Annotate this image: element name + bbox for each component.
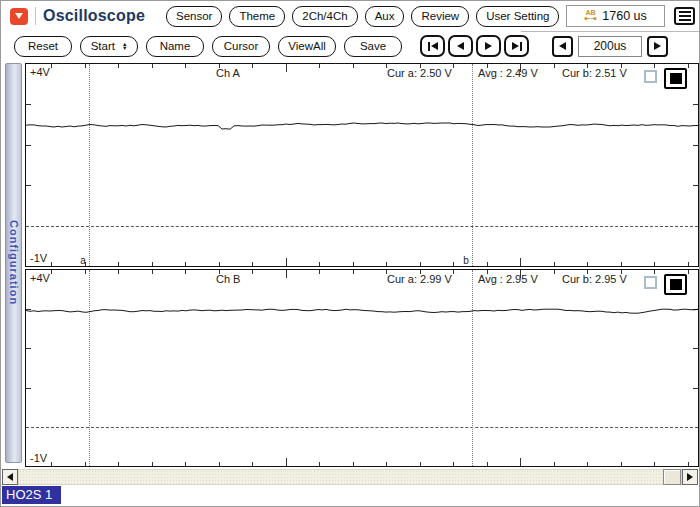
right-arrow-icon bbox=[687, 473, 693, 481]
aux-button[interactable]: Aux bbox=[365, 6, 405, 27]
step-forward-button[interactable] bbox=[476, 35, 501, 57]
configuration-label: Configuration bbox=[8, 220, 20, 305]
name-button[interactable]: Name bbox=[146, 36, 204, 57]
spinner-arrows-icon: ▲▼ bbox=[122, 42, 127, 51]
plots-column: +4V -1V Ch A Cur a: 2.50 V Avg : 2.49 V … bbox=[25, 63, 699, 467]
scroll-right-button[interactable] bbox=[682, 469, 698, 485]
channel-mode-button[interactable]: 2Ch/4Ch bbox=[292, 6, 357, 27]
review-button[interactable]: Review bbox=[411, 6, 469, 27]
user-setting-button[interactable]: User Setting bbox=[476, 6, 559, 27]
ab-time-value: 1760 us bbox=[602, 9, 646, 23]
horizontal-scrollbar[interactable] bbox=[1, 469, 699, 485]
waveform bbox=[26, 64, 698, 266]
app-menu-icon[interactable] bbox=[10, 8, 28, 25]
divider bbox=[521, 31, 699, 32]
scrollbar-track[interactable] bbox=[18, 469, 682, 485]
cursor-button[interactable]: Cursor bbox=[212, 36, 270, 57]
scrollbar-thumb[interactable] bbox=[663, 469, 681, 485]
step-back-button[interactable] bbox=[448, 35, 473, 57]
oscilloscope-window: Oscilloscope Sensor Theme 2Ch/4Ch Aux Re… bbox=[0, 0, 700, 507]
list-menu-icon[interactable] bbox=[674, 7, 695, 25]
timebase-value: 200us bbox=[578, 36, 642, 57]
signal-name-badge: HO2S 1 bbox=[2, 486, 61, 504]
timebase-decrease-button[interactable] bbox=[552, 36, 573, 57]
ab-cursor-delta-icon: AB⇤⇥ bbox=[585, 10, 597, 22]
start-button[interactable]: Start ▲▼ bbox=[80, 36, 138, 57]
reset-button[interactable]: Reset bbox=[14, 36, 72, 57]
status-bar: HO2S 1 bbox=[1, 485, 699, 505]
sensor-button[interactable]: Sensor bbox=[166, 6, 222, 27]
app-title: Oscilloscope bbox=[43, 7, 145, 25]
theme-button[interactable]: Theme bbox=[229, 6, 285, 27]
viewall-button[interactable]: ViewAll bbox=[278, 36, 336, 57]
skip-to-end-button[interactable] bbox=[504, 35, 529, 57]
waveform bbox=[26, 270, 698, 466]
divider bbox=[35, 7, 36, 25]
dropdown-triangle-icon bbox=[15, 13, 23, 19]
save-button[interactable]: Save bbox=[344, 36, 402, 57]
playback-group bbox=[420, 35, 529, 57]
left-arrow-icon bbox=[7, 473, 13, 481]
configuration-panel-handle[interactable]: Configuration bbox=[5, 63, 22, 463]
ab-time-display: AB⇤⇥ 1760 us bbox=[566, 5, 665, 27]
skip-to-start-button[interactable] bbox=[420, 35, 445, 57]
timebase-group: 200us bbox=[552, 36, 668, 57]
channel-a-panel: +4V -1V Ch A Cur a: 2.50 V Avg : 2.49 V … bbox=[25, 63, 699, 267]
channel-b-panel: +4V -1V Ch B Cur a: 2.99 V Avg : 2.95 V … bbox=[25, 269, 699, 467]
timebase-increase-button[interactable] bbox=[647, 36, 668, 57]
toolbar-controls: Reset Start ▲▼ Name Cursor ViewAll Save … bbox=[1, 31, 699, 61]
scroll-left-button[interactable] bbox=[2, 469, 18, 485]
main-area: Configuration +4V -1V Ch A Cur a: 2.50 V… bbox=[1, 63, 699, 467]
toolbar-top: Oscilloscope Sensor Theme 2Ch/4Ch Aux Re… bbox=[1, 1, 699, 31]
